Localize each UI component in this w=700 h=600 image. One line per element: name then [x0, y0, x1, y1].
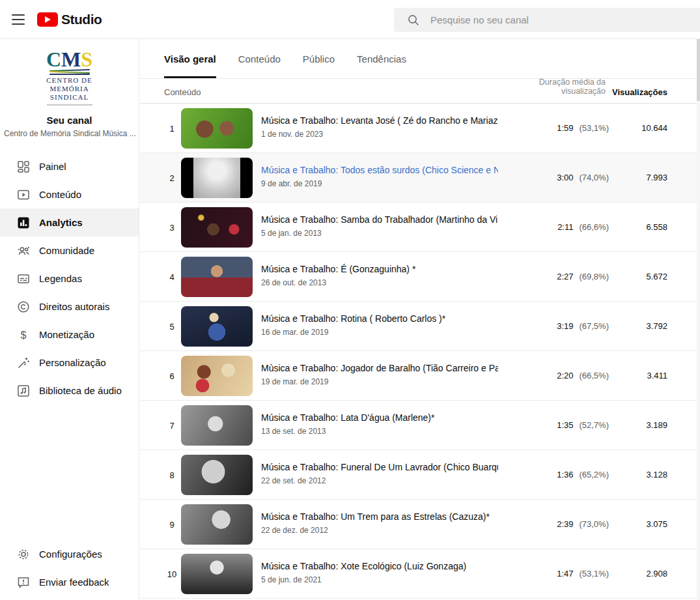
- video-avg-duration-pct: (73,0%): [579, 519, 609, 529]
- column-header-avg-view-duration[interactable]: Duração média da visualização: [539, 78, 606, 96]
- sidebar-item-painel[interactable]: Painel: [0, 152, 139, 180]
- video-views: 3.792: [646, 321, 667, 331]
- sidebar-item-label: Conteúdo: [39, 189, 81, 200]
- content-icon: [16, 188, 31, 202]
- video-avg-duration-pct: (52,7%): [579, 420, 609, 430]
- tab-tendencias[interactable]: Tendências: [357, 39, 406, 78]
- menu-icon[interactable]: [10, 12, 26, 27]
- video-views: 3.128: [646, 470, 667, 479]
- video-thumbnail[interactable]: [181, 158, 253, 198]
- cms-logo-line3: SINDICAL: [34, 93, 105, 102]
- video-views: 3.411: [647, 371, 667, 380]
- channel-avatar[interactable]: CMS CENTRO DE MEMÓRIA SINDICAL: [34, 50, 105, 106]
- video-title[interactable]: Música e Trabalho: Levanta José ( Zé do …: [261, 115, 498, 127]
- table-row[interactable]: 1 Música e Trabalho: Levanta José ( Zé d…: [140, 104, 700, 153]
- video-title[interactable]: Música e Trabalho: Xote Ecológico (Luiz …: [261, 560, 498, 573]
- sidebar-item-configuracoes[interactable]: Configurações: [0, 540, 139, 568]
- table-row[interactable]: 8 Música e Trabalho: Funeral De Um Lavra…: [140, 450, 700, 500]
- video-title[interactable]: Música e Trabalho: Samba do Trabalhador …: [261, 214, 498, 226]
- table-row[interactable]: 5 Música e Trabalho: Rotina ( Roberto Ca…: [140, 302, 700, 351]
- video-views: 5.672: [646, 272, 667, 281]
- video-title[interactable]: Música e Trabalho: Funeral De Um Lavrado…: [261, 461, 498, 474]
- column-header-views[interactable]: Visualizações: [612, 87, 667, 97]
- column-header-content[interactable]: Conteúdo: [164, 87, 201, 97]
- video-thumbnail[interactable]: [181, 554, 253, 594]
- video-avg-duration: 1:35: [557, 420, 573, 430]
- video-title[interactable]: Música e Trabalho: É (Gonzaguinha) *: [261, 263, 498, 276]
- table-row[interactable]: 2 Música e Trabalho: Todos estão surdos …: [140, 153, 700, 203]
- video-thumbnail[interactable]: [181, 405, 253, 446]
- video-rank: 6: [163, 371, 180, 381]
- audio-library-icon: [16, 384, 31, 398]
- video-thumbnail[interactable]: [181, 455, 253, 495]
- video-views: 7.993: [646, 173, 667, 182]
- video-title[interactable]: Mùsica e Trabalho: Jogador de Baralho (T…: [261, 362, 498, 375]
- table-row[interactable]: 3 Música e Trabalho: Samba do Trabalhado…: [140, 203, 700, 252]
- sidebar-item-enviar-feedback[interactable]: Enviar feedback: [0, 568, 139, 596]
- table-row[interactable]: 10 Música e Trabalho: Xote Ecológico (Lu…: [140, 549, 700, 599]
- sidebar-item-analytics[interactable]: Analytics: [0, 208, 139, 236]
- video-rank: 9: [163, 520, 180, 530]
- video-publish-date: 22 de set. de 2012: [261, 476, 498, 485]
- sidebar-item-label: Enviar feedback: [39, 577, 109, 588]
- analytics-icon: [16, 216, 31, 230]
- video-title[interactable]: Música e Trabalho: Rotina ( Roberto Carl…: [261, 313, 498, 325]
- sidebar-item-direitos-autorais[interactable]: Direitos autorais: [0, 293, 139, 321]
- video-publish-date: 19 de mar. de 2019: [261, 377, 498, 386]
- scrollbar[interactable]: [697, 39, 700, 600]
- video-avg-duration: 1:36: [557, 470, 573, 479]
- sidebar-item-conteudo[interactable]: Conteúdo: [0, 180, 139, 208]
- video-title[interactable]: Música e Trabalho: Todos estão surdos (C…: [261, 164, 498, 177]
- table-row[interactable]: 9 Música e Trabalho: Um Trem para as Est…: [140, 500, 700, 549]
- dashboard-icon: [16, 160, 31, 174]
- tab-visao-geral[interactable]: Visão geral: [164, 39, 216, 78]
- video-thumbnail[interactable]: [181, 207, 253, 248]
- sidebar-item-label: Painel: [39, 161, 66, 172]
- table-row[interactable]: 6 Mùsica e Trabalho: Jogador de Baralho …: [140, 351, 700, 401]
- sidebar-item-personalizacao[interactable]: Personalização: [0, 349, 139, 377]
- video-publish-date: 26 de out. de 2013: [261, 278, 498, 287]
- analytics-tabs: Visão geral Conteúdo Público Tendências: [140, 39, 700, 79]
- video-thumbnail[interactable]: [181, 108, 253, 149]
- video-avg-duration: 1:59: [557, 123, 573, 133]
- sidebar-item-legendas[interactable]: Legendas: [0, 264, 139, 293]
- video-avg-duration-pct: (66,5%): [579, 371, 609, 380]
- video-thumbnail[interactable]: [181, 356, 253, 396]
- video-publish-date: 5 de jan. de 2013: [261, 229, 498, 238]
- video-rank: 1: [163, 124, 180, 134]
- video-thumbnail[interactable]: [181, 306, 253, 347]
- video-thumbnail[interactable]: [181, 257, 253, 297]
- video-thumbnail[interactable]: [181, 504, 253, 545]
- table-row[interactable]: 4 Música e Trabalho: É (Gonzaguinha) * 2…: [140, 252, 700, 302]
- video-avg-duration: 3:19: [557, 321, 573, 331]
- scrollbar-thumb[interactable]: [697, 39, 700, 101]
- tab-publico[interactable]: Público: [303, 39, 335, 78]
- cms-logo-line1: CENTRO DE: [34, 76, 105, 85]
- table-row[interactable]: 7 Música e Trabalho: Lata D'água (Marlen…: [140, 401, 700, 450]
- sidebar-item-label: Personalização: [39, 357, 106, 368]
- studio-wordmark: Studio: [61, 12, 102, 27]
- youtube-studio-logo[interactable]: Studio: [37, 12, 102, 27]
- cms-logo-book-icon: [49, 70, 90, 75]
- tab-conteudo[interactable]: Conteúdo: [238, 39, 281, 78]
- sidebar-item-monetizacao[interactable]: $ Monetização: [0, 321, 139, 349]
- video-avg-duration-pct: (65,2%): [579, 470, 609, 479]
- video-publish-date: 5 de jun. de 2021: [261, 575, 498, 584]
- analytics-content: Visão geral Conteúdo Público Tendências …: [140, 39, 700, 600]
- search-input[interactable]: [430, 14, 652, 25]
- channel-search-bar[interactable]: [394, 8, 700, 32]
- video-title[interactable]: Música e Trabalho: Lata D'água (Marlene)…: [261, 412, 498, 424]
- video-rank: 2: [163, 173, 180, 183]
- video-title[interactable]: Música e Trabalho: Um Trem para as Estre…: [261, 511, 498, 523]
- sidebar-item-biblioteca-de-audio[interactable]: Biblioteca de áudio: [0, 377, 139, 405]
- sidebar-item-comunidade[interactable]: Comunidade: [0, 236, 139, 264]
- video-avg-duration: 1:47: [557, 569, 573, 579]
- copyright-icon: [16, 300, 31, 314]
- video-avg-duration: 2:27: [557, 272, 573, 281]
- video-avg-duration: 2:39: [557, 519, 573, 529]
- video-publish-date: 13 de set. de 2013: [261, 427, 498, 436]
- video-avg-duration: 3:00: [557, 173, 573, 182]
- cms-logo-line2: MEMÓRIA: [34, 85, 105, 93]
- video-rank: 7: [163, 421, 180, 431]
- channel-subtitle: Centro de Memória Sindical Música ...: [0, 129, 139, 138]
